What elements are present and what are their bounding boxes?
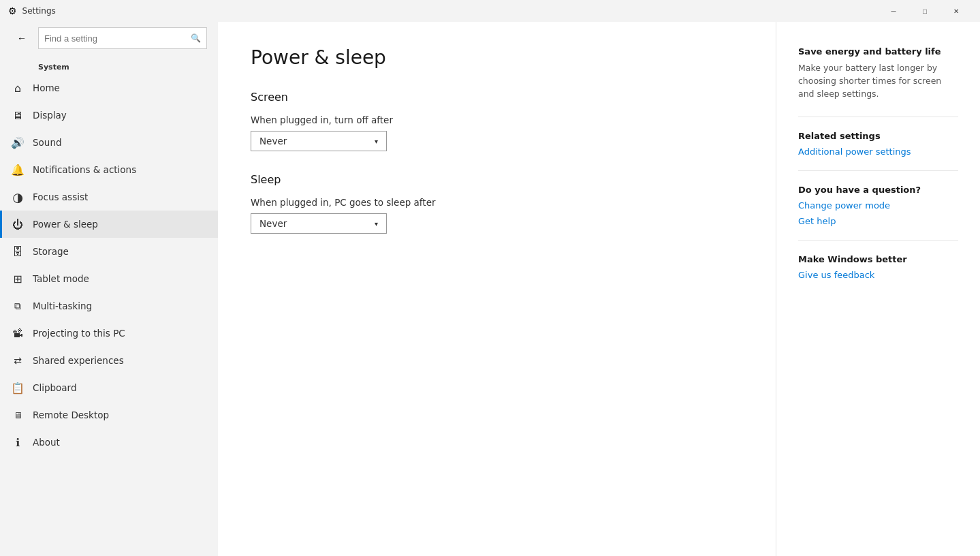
title-bar-controls: ─ □ ✕ [878,0,972,22]
save-energy-title: Save energy and battery life [798,46,958,57]
settings-icon: ⚙ [8,5,17,16]
home-icon: ⌂ [11,81,25,95]
power-icon: ⏻ [11,217,25,231]
question-title: Do you have a question? [798,185,958,195]
screen-dropdown-arrow: ▾ [375,138,378,145]
shared-icon: ⇄ [11,354,25,367]
multitasking-icon: ⧉ [11,299,25,313]
sleep-dropdown-value: Never [259,218,287,229]
sidebar-item-label: Multi-tasking [33,300,92,311]
sidebar-item-sound[interactable]: 🔊 Sound [0,129,218,156]
feedback-section: Make Windows better Give us feedback [798,254,958,280]
divider-1 [798,117,958,117]
sleep-dropdown[interactable]: Never ▾ [251,213,387,234]
tablet-icon: ⊞ [11,272,25,285]
sidebar-item-label: Tablet mode [33,273,89,284]
sleep-dropdown-arrow: ▾ [375,220,378,228]
title-bar: ⚙ Settings ─ □ ✕ [0,0,980,22]
sidebar-item-label: Focus assist [33,191,88,202]
sidebar-section-label: System [0,55,218,74]
sidebar-item-remote[interactable]: 🖥 Remote Desktop [0,401,218,429]
change-power-mode-link[interactable]: Change power mode [798,200,958,211]
clipboard-icon: 📋 [11,381,25,395]
divider-3 [798,240,958,241]
sleep-section: Sleep When plugged in, PC goes to sleep … [251,173,743,234]
close-button[interactable]: ✕ [941,0,972,22]
minimize-button[interactable]: ─ [878,0,909,22]
sidebar-item-label: Projecting to this PC [33,328,125,339]
sidebar-item-label: About [33,437,60,448]
search-input[interactable] [44,33,191,44]
screen-dropdown-value: Never [259,136,287,146]
notifications-icon: 🔔 [11,163,25,176]
focus-icon: ◑ [11,190,25,204]
maximize-button[interactable]: □ [909,0,941,22]
give-feedback-link[interactable]: Give us feedback [798,270,958,280]
search-icon: 🔍 [191,33,201,43]
additional-power-settings-link[interactable]: Additional power settings [798,146,958,157]
app-body: ← 🔍 System ⌂ Home 🖥 Display 🔊 Sound 🔔 No… [0,22,980,556]
sidebar-item-clipboard[interactable]: 📋 Clipboard [0,374,218,401]
remote-icon: 🖥 [11,408,25,422]
sidebar-item-projecting[interactable]: 📽 Projecting to this PC [0,320,218,347]
sidebar-item-label: Notifications & actions [33,164,136,175]
sidebar-item-shared[interactable]: ⇄ Shared experiences [0,347,218,374]
right-panel: Save energy and battery life Make your b… [776,22,980,556]
save-energy-section: Save energy and battery life Make your b… [798,46,958,100]
sidebar-item-about[interactable]: ℹ About [0,429,218,456]
related-settings-section: Related settings Additional power settin… [798,131,958,157]
sidebar-item-tablet[interactable]: ⊞ Tablet mode [0,265,218,292]
sleep-section-title: Sleep [251,173,743,186]
page-title: Power & sleep [251,46,743,69]
sidebar-nav-top: ← 🔍 [0,22,218,55]
about-icon: ℹ [11,435,25,449]
question-section: Do you have a question? Change power mod… [798,185,958,226]
sidebar-item-label: Power & sleep [33,219,98,230]
main-content: Power & sleep Screen When plugged in, tu… [218,22,776,556]
sidebar-item-label: Home [33,82,60,93]
make-windows-better-title: Make Windows better [798,254,958,264]
sidebar-item-label: Shared experiences [33,355,124,366]
sidebar-item-home[interactable]: ⌂ Home [0,74,218,102]
sidebar-item-label: Clipboard [33,382,76,393]
sidebar-item-label: Sound [33,137,62,148]
save-energy-text: Make your battery last longer by choosin… [798,62,958,100]
sidebar-item-notifications[interactable]: 🔔 Notifications & actions [0,156,218,183]
sidebar-item-label: Remote Desktop [33,410,109,420]
title-bar-title: Settings [22,6,56,16]
back-button[interactable]: ← [11,27,33,49]
screen-section-title: Screen [251,91,743,104]
divider-2 [798,170,958,171]
sidebar-item-label: Storage [33,246,69,257]
sidebar-item-display[interactable]: 🖥 Display [0,102,218,129]
sidebar: ← 🔍 System ⌂ Home 🖥 Display 🔊 Sound 🔔 No… [0,22,218,556]
sidebar-item-focus[interactable]: ◑ Focus assist [0,183,218,211]
sidebar-item-label: Display [33,110,67,121]
projecting-icon: 📽 [11,326,25,340]
sleep-field-label: When plugged in, PC goes to sleep after [251,197,743,208]
get-help-link[interactable]: Get help [798,216,958,226]
related-settings-title: Related settings [798,131,958,141]
screen-field-label: When plugged in, turn off after [251,114,743,125]
sidebar-item-power[interactable]: ⏻ Power & sleep [0,211,218,238]
sound-icon: 🔊 [11,136,25,149]
screen-dropdown[interactable]: Never ▾ [251,131,387,151]
display-icon: 🖥 [11,108,25,122]
search-box: 🔍 [38,27,207,49]
storage-icon: 🗄 [11,245,25,258]
sidebar-item-storage[interactable]: 🗄 Storage [0,238,218,265]
sidebar-item-multitasking[interactable]: ⧉ Multi-tasking [0,292,218,320]
